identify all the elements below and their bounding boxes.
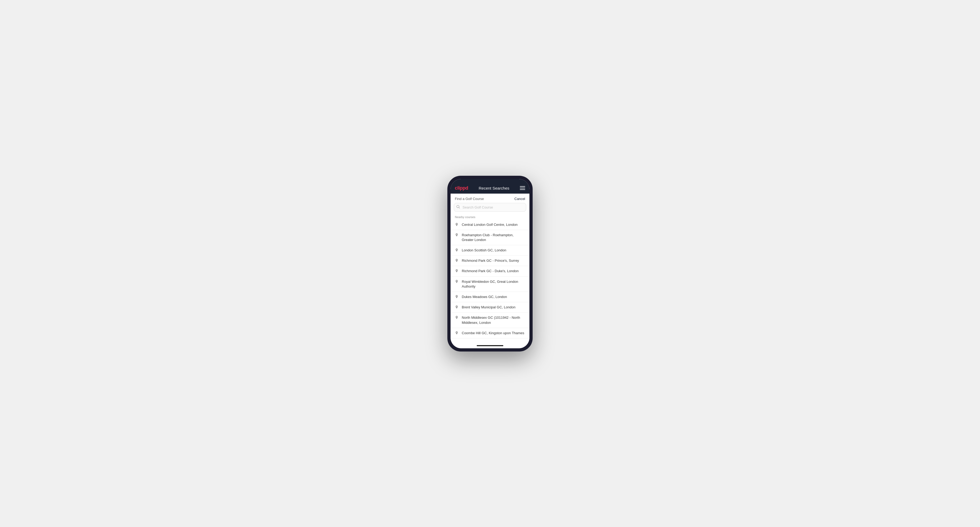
hamburger-menu-icon[interactable] (520, 186, 525, 190)
home-bar (477, 345, 503, 346)
course-name: Royal Wimbledon GC, Great London Authori… (462, 279, 525, 289)
course-name: Roehampton Club - Roehampton, Greater Lo… (462, 233, 525, 242)
list-item[interactable]: Coombe Hill GC, Kingston upon Thames (450, 328, 530, 338)
list-item[interactable]: Dukes Meadows GC, London (450, 292, 530, 302)
course-name: London Scottish GC, London (462, 248, 506, 253)
list-item[interactable]: Roehampton Club - Roehampton, Greater Lo… (450, 230, 530, 245)
list-item[interactable]: Royal Wimbledon GC, Great London Authori… (450, 277, 530, 292)
home-indicator (450, 343, 530, 348)
location-pin-icon (455, 222, 459, 227)
location-pin-icon (455, 305, 459, 310)
course-name: Coombe Hill GC, Kingston upon Thames (462, 331, 524, 335)
find-header: Find a Golf Course Cancel (450, 194, 530, 203)
content-area: Find a Golf Course Cancel Nearby courses (450, 194, 530, 343)
search-box (454, 203, 526, 212)
list-item[interactable]: Richmond Park GC - Prince's, Surrey (450, 256, 530, 266)
location-pin-icon (455, 269, 459, 273)
navigation-bar: clippd Recent Searches (450, 183, 530, 194)
course-name: Richmond Park GC - Duke's, London (462, 269, 519, 273)
location-pin-icon (455, 279, 459, 284)
search-icon (457, 205, 460, 209)
location-pin-icon (455, 295, 459, 299)
list-item[interactable]: North Middlesex GC (1011942 - North Midd… (450, 313, 530, 328)
course-name: Central London Golf Centre, London (462, 222, 518, 227)
phone-screen: clippd Recent Searches Find a Golf Cours… (450, 179, 530, 348)
nearby-courses-section: Nearby courses Central London Golf Centr… (450, 214, 530, 343)
course-name: Dukes Meadows GC, London (462, 295, 507, 299)
status-bar (450, 179, 530, 183)
location-pin-icon (455, 316, 459, 320)
location-pin-icon (455, 259, 459, 263)
app-logo: clippd (455, 185, 468, 191)
course-name: North Middlesex GC (1011942 - North Midd… (462, 315, 525, 325)
location-pin-icon (455, 233, 459, 237)
nav-title: Recent Searches (479, 186, 509, 190)
location-pin-icon (455, 331, 459, 335)
find-label: Find a Golf Course (455, 197, 484, 201)
list-item[interactable]: Brent Valley Municipal GC, London (450, 302, 530, 313)
search-input[interactable] (454, 203, 526, 212)
course-name: Brent Valley Municipal GC, London (462, 305, 515, 310)
list-item[interactable]: London Scottish GC, London (450, 245, 530, 256)
list-item[interactable]: Richmond Park GC - Duke's, London (450, 266, 530, 276)
courses-list: Central London Golf Centre, London Roeha… (450, 220, 530, 338)
nearby-label: Nearby courses (450, 214, 530, 220)
svg-line-1 (459, 208, 460, 208)
phone-frame: clippd Recent Searches Find a Golf Cours… (447, 176, 533, 351)
list-item[interactable]: Central London Golf Centre, London (450, 220, 530, 230)
course-name: Richmond Park GC - Prince's, Surrey (462, 258, 519, 263)
cancel-button[interactable]: Cancel (514, 197, 525, 201)
location-pin-icon (455, 248, 459, 252)
